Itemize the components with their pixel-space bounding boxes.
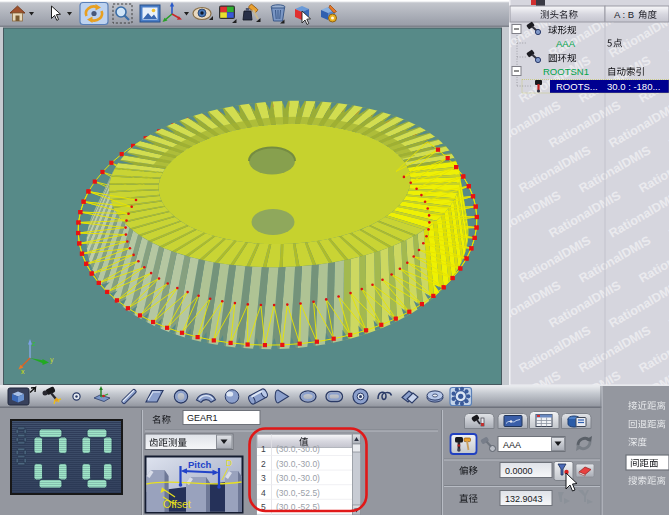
svg-text:30.0 : -180...: 30.0 : -180... (607, 81, 660, 92)
svg-text:(30.0,-30.0): (30.0,-30.0) (276, 473, 320, 483)
svg-text:(30.0,-30.0): (30.0,-30.0) (276, 444, 320, 454)
svg-text:z: z (32, 340, 36, 347)
svg-text:1: 1 (261, 444, 266, 454)
svg-text:132.9043: 132.9043 (505, 494, 543, 504)
svg-text:2: 2 (261, 459, 266, 469)
svg-text:AAA: AAA (556, 38, 576, 49)
svg-text:y: y (50, 356, 54, 364)
svg-text:0.0000: 0.0000 (505, 466, 533, 476)
svg-text:GEAR1: GEAR1 (187, 413, 218, 423)
svg-text:Pitch: Pitch (188, 459, 211, 470)
svg-text:3: 3 (261, 473, 266, 483)
svg-text:Offset: Offset (163, 498, 191, 510)
svg-text:(30.0,-30.0): (30.0,-30.0) (276, 459, 320, 469)
svg-text:4: 4 (261, 488, 266, 498)
svg-text:AAA: AAA (503, 440, 521, 450)
svg-text:x: x (21, 368, 25, 375)
svg-text:D: D (226, 458, 232, 468)
svg-text:ROOTSN1: ROOTSN1 (543, 66, 589, 77)
svg-text:ROOTS...: ROOTS... (556, 81, 598, 92)
svg-text:(30.0,-52.5): (30.0,-52.5) (276, 488, 320, 498)
svg-text:A : B: A : B (614, 9, 634, 20)
